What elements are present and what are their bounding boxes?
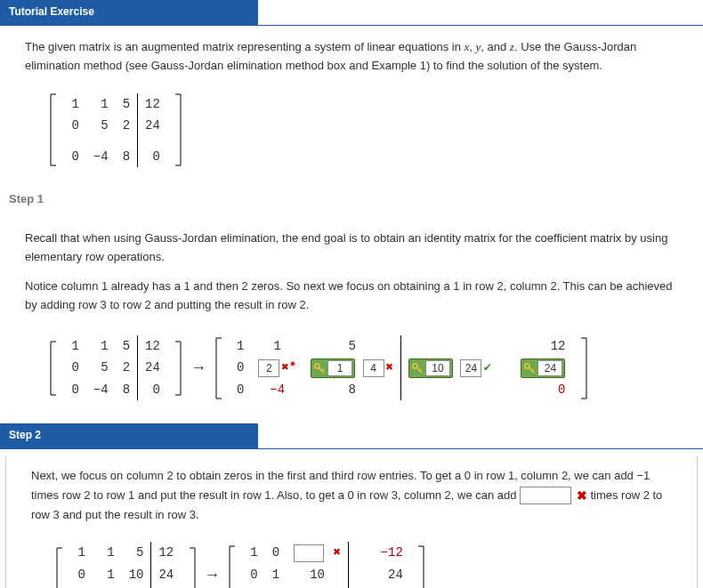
step2-left-matrix: 11512 011024 0−480 [56,540,196,588]
step2-right-matrix: 1 0 ✖ −12 0 1 10 24 0 0 48 [229,540,424,588]
arrow-icon: → [185,355,212,381]
intro-text: The given matrix is an augmented matrix … [25,40,636,72]
step2-r1c3-input[interactable] [294,544,324,562]
x-mark-icon: ✖ [386,358,393,377]
intro-matrix: 11512 05224 0−480 [50,92,182,169]
step1-r2c4-keycell[interactable]: 10 [408,358,453,378]
step1-r2c3-keycell[interactable]: 1 [311,358,355,378]
step1-p2: Notice column 1 already has a 1 and then… [25,278,682,315]
step1-r2c3-input[interactable]: 4 [363,359,384,377]
step1-r2c4-input[interactable]: 24 [460,359,481,377]
check-mark-icon: ✔ [483,358,490,377]
key-icon [313,362,326,375]
tutorial-exercise-header: Tutorial Exercise [0,0,258,25]
arrow-icon: → [198,562,225,588]
x-mark-icon: ✖ [334,543,341,562]
key-icon [411,362,424,375]
x-mark-icon: ✖ [577,486,587,505]
intro-block: The given matrix is an augmented matrix … [0,33,703,181]
step1-block: Recall that when using Gauss-Jordan elim… [0,213,703,415]
x-mark-icon: ✖* [281,358,296,377]
key-icon [523,362,536,375]
step2-header: Step 2 [0,423,258,448]
step2-factor-input[interactable] [520,487,571,504]
step1-r2c2-input[interactable]: 2 [258,359,279,377]
step2-p1: Next, we focus on column 2 to obtain zer… [31,469,662,520]
step1-right-matrix: 1 1 5 12 0 2✖* 1 4✖ [215,334,587,402]
step2-block: Next, we focus on column 2 to obtain zer… [5,456,698,588]
step1-left-matrix: 11512 05224 0−480 [50,334,182,402]
step1-label: Step 1 [0,181,703,213]
step1-p1: Recall that when using Gauss-Jordan elim… [25,230,682,267]
step1-r2c5-keycell[interactable]: 24 [521,358,565,378]
